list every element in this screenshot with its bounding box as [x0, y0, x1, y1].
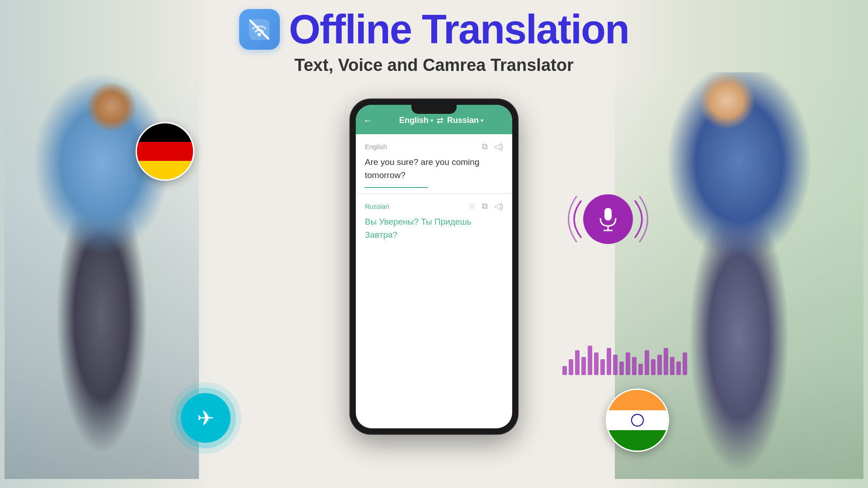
- translated-text: Вы Уверены? Ты Придешь Завтра?: [365, 216, 503, 241]
- target-lang-dropdown-arrow: ▾: [481, 117, 483, 124]
- sound-bar-15: [657, 355, 662, 375]
- result-copy-icon[interactable]: ⧉: [482, 202, 488, 211]
- sound-bar-0: [562, 366, 567, 375]
- back-button[interactable]: ←: [363, 115, 373, 127]
- microphone-button[interactable]: [583, 194, 633, 244]
- text-cursor-line: [365, 187, 428, 188]
- sound-bar-10: [626, 352, 630, 375]
- sound-bar-3: [581, 357, 586, 375]
- source-panel-icons: ⧉ ◁): [482, 141, 503, 151]
- phone-container: ← English ▾ ⇄ Russian ▾: [350, 99, 518, 434]
- voice-recognition-area: [583, 194, 633, 244]
- ashoka-chakra: [631, 414, 644, 427]
- german-flag: [136, 122, 194, 181]
- target-language-button[interactable]: Russian ▾: [447, 116, 483, 125]
- svg-point-2: [258, 33, 261, 36]
- target-language-indicator: Russian: [365, 202, 389, 210]
- flag-stripe-white: [607, 410, 668, 431]
- speaker-icon[interactable]: ◁): [494, 141, 503, 151]
- app-icon: [239, 9, 280, 50]
- sound-bars: [562, 346, 687, 375]
- header-top: Offline Translation: [239, 9, 629, 50]
- source-language-label: English: [399, 116, 429, 125]
- sound-bar-6: [600, 359, 605, 375]
- wave-left-svg: [558, 192, 585, 246]
- sound-bar-8: [613, 355, 618, 375]
- sound-bar-7: [607, 348, 611, 375]
- svg-rect-3: [604, 208, 612, 221]
- phone-mockup: ← English ▾ ⇄ Russian ▾: [350, 99, 518, 434]
- star-icon[interactable]: ☆: [468, 201, 476, 211]
- sound-bar-17: [670, 357, 675, 375]
- sound-bar-19: [683, 352, 687, 375]
- sound-bar-16: [664, 348, 668, 375]
- airplane-circle: ✈: [181, 393, 231, 443]
- main-title: Offline Translation: [289, 9, 629, 50]
- sound-bar-5: [594, 352, 599, 375]
- wifi-off-icon: [247, 17, 272, 42]
- language-selector: English ▾ ⇄ Russian ▾: [377, 116, 505, 126]
- phone-notch: [411, 105, 457, 114]
- source-text-line2: tomorrow?: [365, 170, 406, 180]
- sound-bar-1: [569, 359, 573, 375]
- result-panel-icons: ☆ ⧉ ◁): [468, 201, 503, 211]
- header: Offline Translation Text, Voice and Camr…: [36, 9, 832, 75]
- india-flag: [606, 389, 669, 452]
- sound-bar-11: [632, 357, 637, 375]
- result-speaker-icon[interactable]: ◁): [494, 201, 503, 211]
- source-text-line1: Are you sure? are you coming: [365, 157, 479, 167]
- phone-screen: ← English ▾ ⇄ Russian ▾: [356, 105, 512, 428]
- source-lang-dropdown-arrow: ▾: [430, 117, 433, 124]
- source-panel: English ⧉ ◁) Are you sure? are you comin…: [356, 134, 512, 194]
- sound-bar-18: [676, 361, 681, 375]
- target-language-label: Russian: [447, 116, 479, 125]
- sound-bar-9: [619, 361, 624, 375]
- sound-bar-2: [575, 350, 580, 375]
- sound-bar-12: [638, 364, 643, 375]
- sound-bar-13: [645, 350, 649, 375]
- mic-svg-icon: [597, 206, 619, 233]
- source-panel-header: English ⧉ ◁): [365, 141, 503, 151]
- sound-bar-4: [588, 346, 592, 375]
- result-panel-header: Russian ☆ ⧉ ◁): [365, 201, 503, 211]
- source-language-button[interactable]: English ▾: [399, 116, 433, 125]
- flag-stripe-red: [137, 142, 193, 160]
- subtitle: Text, Voice and Camrea Translator: [294, 56, 573, 75]
- source-text: Are you sure? are you coming tomorrow?: [365, 156, 503, 182]
- phone-content: English ⧉ ◁) Are you sure? are you comin…: [356, 134, 512, 428]
- copy-icon[interactable]: ⧉: [482, 142, 488, 151]
- swap-languages-button[interactable]: ⇄: [437, 116, 443, 126]
- wave-right-svg: [631, 192, 658, 246]
- translation-result-panel: Russian ☆ ⧉ ◁) Вы Уверены? Ты Придешь За…: [356, 194, 512, 428]
- source-language-indicator: English: [365, 143, 387, 150]
- airplane-icon: ✈: [197, 406, 214, 430]
- sound-bar-14: [651, 359, 656, 375]
